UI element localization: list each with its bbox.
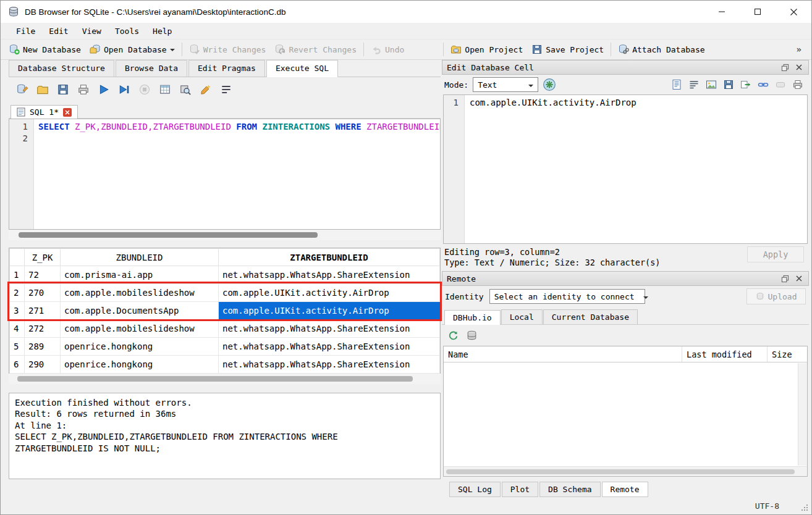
word-wrap-icon[interactable] <box>220 83 232 96</box>
cell[interactable]: net.whatsapp.WhatsApp.ShareExtension <box>219 356 440 374</box>
export-data-icon[interactable] <box>740 79 751 90</box>
cell[interactable]: 290 <box>25 356 61 374</box>
browse-objects-icon[interactable] <box>179 83 192 96</box>
tab-plot[interactable]: Plot <box>502 482 538 497</box>
save-project-button[interactable]: Save Project <box>527 41 608 57</box>
tab-remote[interactable]: Remote <box>602 482 648 497</box>
tab-browse-data[interactable]: Browse Data <box>116 60 187 77</box>
selected-cell[interactable]: com.apple.UIKit.activity.AirDrop <box>219 302 440 320</box>
results-hscrollbar[interactable] <box>9 374 441 384</box>
open-sql-file-icon[interactable] <box>36 83 49 96</box>
link-icon[interactable] <box>758 79 769 90</box>
format-sql-icon[interactable] <box>200 83 212 96</box>
scrollbar-handle[interactable] <box>17 376 413 382</box>
print-cell-icon[interactable] <box>792 79 803 90</box>
menu-tools[interactable]: Tools <box>108 25 146 38</box>
remote-column-name[interactable]: Name <box>444 346 682 362</box>
float-dock-icon[interactable] <box>780 274 790 283</box>
cell[interactable]: 272 <box>25 320 61 338</box>
open-project-button[interactable]: Open Project <box>446 41 527 57</box>
scrollbar-handle[interactable] <box>19 232 318 238</box>
toolbar-overflow-button[interactable]: » <box>790 44 808 54</box>
encoding-indicator[interactable]: UTF-8 <box>755 501 779 511</box>
table-row[interactable]: 6 290 openrice.hongkong net.whatsapp.Wha… <box>10 356 440 374</box>
text-mode-icon[interactable] <box>671 79 682 90</box>
remote-column-size[interactable]: Size <box>768 346 807 362</box>
cell[interactable]: 271 <box>25 302 61 320</box>
maximize-button[interactable] <box>740 1 776 23</box>
remote-hscrollbar[interactable] <box>444 466 807 476</box>
sql-code-line: SELECT Z_PK,ZBUNDLEID,ZTARGETBUNDLEID FR… <box>38 121 440 133</box>
tab-edit-pragmas[interactable]: Edit Pragmas <box>188 60 265 77</box>
dock-tab-bar: SQL Log Plot DB Schema Remote <box>442 480 809 497</box>
table-row[interactable]: 5 289 openrice.hongkong net.whatsapp.Wha… <box>10 338 440 356</box>
cell[interactable]: openrice.hongkong <box>61 356 219 374</box>
save-sql-file-icon[interactable] <box>57 83 69 96</box>
cell[interactable]: com.apple.mobileslideshow <box>61 320 219 338</box>
tab-database-structure[interactable]: Database Structure <box>9 60 114 77</box>
tab-local[interactable]: Local <box>501 309 543 324</box>
sql-editor[interactable]: 1 2 SELECT Z_PK,ZBUNDLEID,ZTARGETBUNDLEI… <box>9 119 441 230</box>
refresh-icon[interactable] <box>447 330 459 341</box>
auto-switch-mode-icon[interactable] <box>543 78 556 91</box>
new-sql-icon[interactable] <box>16 83 28 96</box>
cell[interactable]: net.whatsapp.WhatsApp.ShareExtension <box>219 266 440 284</box>
new-database-button[interactable]: New Database <box>4 41 85 57</box>
minimize-button[interactable] <box>704 1 740 23</box>
menu-help[interactable]: Help <box>146 25 179 38</box>
execute-all-icon[interactable] <box>98 83 110 96</box>
sql-tab-1[interactable]: SQL 1* <box>11 105 78 119</box>
tab-sql-log[interactable]: SQL Log <box>449 482 501 497</box>
close-dock-icon[interactable] <box>794 62 804 72</box>
menu-view[interactable]: View <box>75 25 108 38</box>
table-row[interactable]: 1 72 com.prisma-ai.app net.whatsapp.What… <box>10 266 440 284</box>
close-tab-icon[interactable] <box>63 108 72 117</box>
cell-editor[interactable]: 1 com.apple.UIKit.activity.AirDrop <box>443 94 808 244</box>
word-wrap-icon[interactable] <box>688 79 700 90</box>
table-row[interactable]: 2 270 com.apple.mobileslideshow com.appl… <box>10 284 440 302</box>
attach-database-button[interactable]: Attach Database <box>614 41 709 57</box>
apply-button[interactable]: Apply <box>747 246 804 262</box>
image-mode-icon[interactable] <box>706 79 717 90</box>
mode-select[interactable]: Text <box>473 77 538 92</box>
identity-select[interactable]: Select an identity to connect <box>489 289 645 304</box>
column-header-zpk[interactable]: Z_PK <box>25 249 61 266</box>
cell[interactable]: com.apple.DocumentsApp <box>61 302 219 320</box>
tab-db-schema[interactable]: DB Schema <box>539 482 600 497</box>
menu-file[interactable]: File <box>9 25 42 38</box>
export-results-icon[interactable] <box>159 83 171 96</box>
column-header-zbundleid[interactable]: ZBUNDLEID <box>61 249 219 266</box>
sql-code-area[interactable]: SELECT Z_PK,ZBUNDLEID,ZTARGETBUNDLEID FR… <box>34 119 440 229</box>
open-database-dropdown-caret[interactable] <box>170 49 175 54</box>
print-sql-icon[interactable] <box>77 83 90 96</box>
close-dock-icon[interactable] <box>794 274 804 283</box>
tab-current-database[interactable]: Current Database <box>543 309 638 324</box>
scrollbar-handle[interactable] <box>446 469 795 474</box>
column-header-ztargetbundleid[interactable]: ZTARGETBUNDLEID <box>219 249 440 266</box>
cell[interactable]: com.apple.UIKit.activity.AirDrop <box>219 284 440 302</box>
menu-edit[interactable]: Edit <box>42 25 75 38</box>
cell[interactable]: openrice.hongkong <box>61 338 219 356</box>
sql-editor-hscrollbar[interactable] <box>9 230 441 240</box>
cell[interactable]: com.prisma-ai.app <box>61 266 219 284</box>
float-dock-icon[interactable] <box>780 62 790 72</box>
cell-content[interactable]: com.apple.UIKit.activity.AirDrop <box>465 95 636 243</box>
tab-execute-sql[interactable]: Execute SQL <box>266 60 338 77</box>
clone-database-icon[interactable] <box>466 330 478 341</box>
table-row[interactable]: 4 272 com.apple.mobileslideshow net.what… <box>10 320 440 338</box>
cell[interactable]: net.whatsapp.WhatsApp.ShareExtension <box>219 320 440 338</box>
cell[interactable]: com.apple.mobileslideshow <box>61 284 219 302</box>
import-data-icon[interactable] <box>723 79 734 90</box>
tab-dbhub[interactable]: DBHub.io <box>444 310 501 325</box>
remote-vscrollbar[interactable] <box>798 363 807 466</box>
open-database-button[interactable]: Open Database <box>85 41 179 57</box>
cell[interactable]: 270 <box>25 284 61 302</box>
cell[interactable]: 72 <box>25 266 61 284</box>
remote-column-last-modified[interactable]: Last modified <box>682 346 768 362</box>
table-row[interactable]: 3 271 com.apple.DocumentsApp com.apple.U… <box>10 302 440 320</box>
cell[interactable]: 289 <box>25 338 61 356</box>
resize-grip-icon[interactable] <box>801 505 809 512</box>
cell[interactable]: net.whatsapp.WhatsApp.ShareExtension <box>219 338 440 356</box>
execute-line-icon[interactable] <box>118 83 130 96</box>
close-button[interactable] <box>776 1 811 23</box>
